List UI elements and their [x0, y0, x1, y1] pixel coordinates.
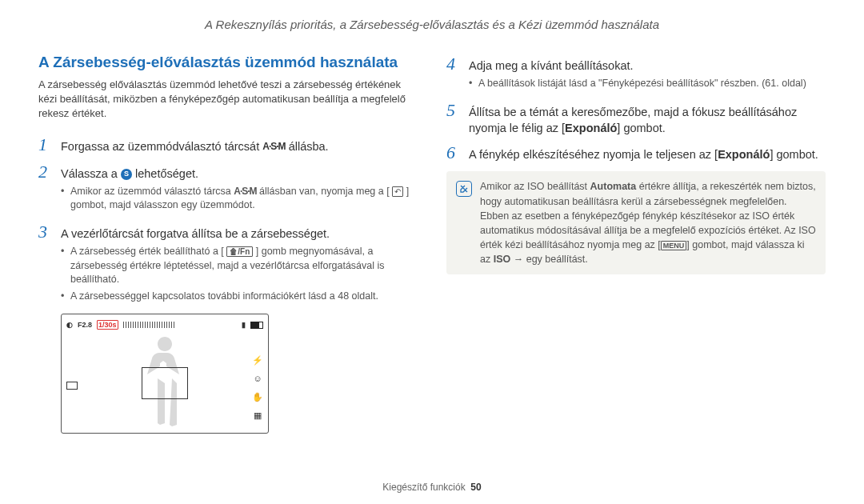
page-footer: Kiegészítő funkciók 50 [0, 482, 864, 493]
step-text: Forgassa az üzemmódválasztó tárcsát A·S·… [61, 140, 329, 153]
settings-icon: ▦ [252, 410, 263, 421]
bullet: A zársebesség érték beállítható a [ 🗑/Fn… [61, 245, 418, 287]
page-number: 50 [470, 482, 481, 493]
asm-icon: A·S·M [262, 140, 285, 154]
mode-globe-icon: ◐ [66, 321, 73, 329]
step-text-b: ] gombot. [770, 148, 818, 161]
focus-box-icon [142, 367, 188, 399]
note-a: Amikor az ISO beállítást [480, 181, 590, 192]
step-number: 6 [446, 142, 461, 163]
step-3: 3 A vezérlőtárcsát forgatva állítsa be a… [38, 222, 418, 306]
aperture-value: F2.8 [78, 321, 92, 329]
step-6: 6 A fénykép elkészítéséhez nyomja le tel… [446, 142, 826, 163]
step-text: A fénykép elkészítéséhez nyomja le telje… [469, 148, 818, 161]
bold-label: Exponáló [718, 148, 770, 161]
step-text-a: Válassza a [61, 167, 121, 180]
footer-section: Kiegészítő funkciók [382, 482, 465, 493]
step-text-a: Forgassa az üzemmódválasztó tárcsát [61, 140, 262, 153]
preview-left-icons [66, 382, 78, 390]
bullet: A zársebességgel kapcsolatos további inf… [61, 290, 418, 304]
note-bold2: ISO [494, 254, 511, 265]
face-icon: ☺ [252, 373, 263, 384]
bullet: Amikor az üzemmód választó tárcsa A·S·M … [61, 185, 418, 213]
step-text: Állítsa be a témát a keresőmezőbe, majd … [469, 106, 797, 134]
stabilizer-icon: ✋ [252, 391, 263, 402]
reverse-icon: ↶ [392, 186, 403, 197]
page-header: A Rekesznyílás prioritás, a Zársebesség-… [38, 18, 826, 31]
note-d: → egy beállítást. [510, 254, 588, 265]
menu-icon: MENU [661, 241, 687, 250]
note-bold1: Automata [590, 181, 637, 192]
note-text: Amikor az ISO beállítást Automata értékr… [480, 179, 816, 266]
step-text: A vezérlőtárcsát forgatva állítsa be a z… [61, 227, 330, 240]
step-number: 3 [38, 222, 53, 242]
bullet-text-a: Amikor az üzemmód választó tárcsa [70, 186, 234, 197]
right-column: 4 Adja meg a kívánt beállításokat. A beá… [446, 54, 826, 434]
globe-s-icon: S [121, 169, 132, 180]
step-4: 4 Adja meg a kívánt beállításokat. A beá… [446, 54, 826, 94]
step-text-b: lehetőséget. [135, 167, 198, 180]
content-columns: A Zársebesség-előválasztás üzemmód haszn… [38, 54, 826, 434]
trash-fn-icon: 🗑/Fn [226, 246, 253, 257]
battery-icon [250, 322, 263, 329]
bold-label: Exponáló [565, 122, 617, 134]
step-number: 2 [38, 162, 53, 182]
note-box: Amikor az ISO beállítást Automata értékr… [446, 171, 826, 274]
bullet-text-b: állásban van, nyomja meg a [ [259, 186, 390, 197]
step-text: Válassza a S lehetőséget. [61, 167, 198, 180]
af-point-icon [66, 382, 78, 390]
step-bullets: A zársebesség érték beállítható a [ 🗑/Fn… [61, 245, 418, 303]
camera-preview: ◐ F2.8 1/30s ▮ ⚡ ☺ ✋ ▦ [61, 314, 269, 434]
step-5: 5 Állítsa be a témát a keresőmezőbe, maj… [446, 100, 826, 137]
step-number: 5 [446, 100, 461, 121]
step-number: 4 [446, 54, 461, 74]
card-icon: ▮ [242, 321, 246, 329]
step-text-b: ] gombot. [617, 122, 665, 134]
intro-paragraph: A zársebesség előválasztás üzemmód lehet… [38, 78, 418, 122]
bullet-text-a: A zársebesség érték beállítható a [ [70, 246, 224, 257]
step-text-a: A fénykép elkészítéséhez nyomja le telje… [469, 148, 718, 161]
flash-icon: ⚡ [252, 354, 263, 366]
step-text-b: állásba. [289, 140, 329, 153]
left-column: A Zársebesség-előválasztás üzemmód haszn… [38, 54, 418, 434]
step-number: 1 [38, 134, 53, 155]
bullet: A beállítások listáját lásd a "Fényképez… [469, 77, 826, 91]
asm-icon: A·S·M [234, 186, 256, 197]
note-icon [456, 181, 472, 197]
step-2: 2 Válassza a S lehetőséget. Amikor az üz… [38, 162, 418, 215]
step-bullets: A beállítások listáját lásd a "Fényképez… [469, 77, 826, 91]
preview-right-icons: ⚡ ☺ ✋ ▦ [252, 354, 263, 421]
step-text: Adja meg a kívánt beállításokat. [469, 59, 634, 72]
ev-bar-icon [123, 322, 174, 328]
preview-topbar: ◐ F2.8 1/30s ▮ [66, 318, 263, 331]
step-1: 1 Forgassa az üzemmódválasztó tárcsát A·… [38, 134, 418, 155]
section-title: A Zársebesség-előválasztás üzemmód haszn… [38, 54, 418, 71]
step-bullets: Amikor az üzemmód választó tárcsa A·S·M … [61, 185, 418, 213]
shutter-value: 1/30s [97, 320, 118, 330]
